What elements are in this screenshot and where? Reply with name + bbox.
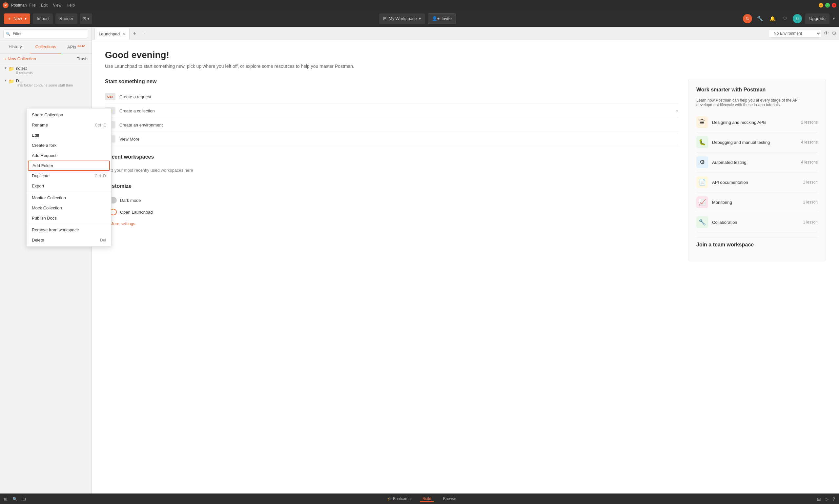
create-collection-label: Create a collection [119, 108, 155, 113]
eye-icon[interactable]: 👁 [824, 31, 829, 36]
menu-rename[interactable]: Rename Ctrl+E [27, 120, 111, 130]
start-create-environment[interactable]: ⊞ Create an environment [105, 118, 678, 132]
search-status-button[interactable]: 🔍 [13, 497, 17, 501]
menu-duplicate[interactable]: Duplicate Ctrl+D [27, 171, 111, 181]
menu-add-request[interactable]: Add Request [27, 150, 111, 161]
invite-button[interactable]: 👤+ Invite [428, 14, 456, 24]
layout-button[interactable]: ⊞ [817, 497, 821, 502]
intercept-button[interactable]: ⊡ ▾ [80, 14, 92, 24]
menu-help[interactable]: Help [67, 3, 75, 7]
menu-publish-docs[interactable]: Publish Docs [27, 213, 111, 223]
collection-sub: This folder contains some stuff then [16, 83, 73, 87]
collaboration-label: Collaboration [712, 220, 803, 225]
greeting-heading: Good evening! [105, 50, 826, 60]
workspace-selector[interactable]: ⊞ My Workspace ▾ [379, 14, 425, 24]
help-button[interactable]: ? [833, 497, 835, 502]
launchpad-toggle-label: Open Launchpad [120, 210, 153, 215]
runner-button[interactable]: Runner [55, 14, 77, 24]
tab-close-icon[interactable]: ✕ [122, 32, 125, 36]
upgrade-button[interactable]: Upgrade [805, 14, 829, 24]
menu-share[interactable]: Share Collection [27, 110, 111, 120]
designing-icon: 🏛 [696, 116, 708, 128]
join-workspace-section: Join a team workspace [696, 238, 818, 248]
tab-collections[interactable]: Collections [31, 41, 61, 53]
menu-mock[interactable]: Mock Collection [27, 203, 111, 213]
toolbar-center: ⊞ My Workspace ▾ 👤+ Invite [95, 14, 740, 24]
monitoring-lessons: 1 lesson [803, 200, 818, 204]
settings-env-icon[interactable]: ⚙ [832, 30, 836, 36]
view-more-label: View More [119, 137, 139, 142]
sidebar-toggle-button[interactable]: ⊞ [4, 497, 7, 501]
tab-label: Launchpad [99, 32, 120, 36]
menu-fork[interactable]: Create a fork [27, 140, 111, 150]
heart-icon[interactable]: ♡ [780, 14, 789, 23]
menu-remove[interactable]: Remove from workspace [27, 225, 111, 235]
customize-section: Customize Dark mode Open Launchpad ··· M… [105, 183, 678, 229]
workspace-dropdown-icon: ▾ [419, 16, 421, 21]
more-settings-item[interactable]: ··· More settings [105, 218, 678, 229]
search-input[interactable] [3, 30, 88, 38]
menu-view[interactable]: View [53, 3, 61, 7]
automated-icon: ⚙ [696, 156, 708, 168]
console-button[interactable]: ⊡ [23, 497, 26, 501]
environment-selector[interactable]: No Environment [769, 29, 821, 38]
menu-export[interactable]: Export [27, 181, 111, 191]
new-button[interactable]: ＋ New ▾ [4, 14, 30, 24]
tab-history[interactable]: History [0, 41, 31, 53]
sync-icon[interactable]: ↻ [743, 14, 752, 23]
tab-more-button[interactable]: ··· [139, 31, 147, 36]
start-create-request[interactable]: GET Create a request [105, 90, 678, 104]
launchpad-subtitle: Use Launchpad to start something new, pi… [105, 64, 826, 69]
tutorial-automated[interactable]: ⚙ Automated testing 4 lessons [696, 152, 818, 173]
automated-lessons: 4 lessons [801, 160, 818, 164]
minimize-button[interactable]: – [819, 3, 823, 7]
collection-item[interactable]: ▼ 📁 D... This folder contains some stuff… [0, 77, 91, 89]
tutorial-monitoring[interactable]: 📈 Monitoring 1 lesson [696, 192, 818, 212]
launchpad: Good evening! Use Launchpad to start som… [92, 40, 839, 493]
tab-launchpad[interactable]: Launchpad ✕ [94, 28, 129, 40]
trash-button[interactable]: Trash [77, 56, 88, 61]
status-bar-right: ⊞ ▷ ? [817, 497, 835, 502]
status-tab-bootcamp[interactable]: 🎓 Bootcamp [384, 497, 413, 502]
upgrade-dropdown-icon: ▾ [833, 16, 835, 21]
launchpad-toggle-item: Open Launchpad [105, 206, 678, 218]
apis-beta-badge: BETA [77, 44, 85, 48]
start-section-title: Start something new [105, 79, 678, 85]
menu-edit[interactable]: Edit [41, 3, 48, 7]
title-bar-left: P Postman File Edit View Help [3, 2, 75, 8]
new-dropdown-icon: ▾ [24, 16, 27, 21]
launchpad-left: Start something new GET Create a request… [105, 79, 678, 261]
start-create-collection[interactable]: 📁 Create a collection ▾ [105, 104, 678, 118]
menu-add-folder[interactable]: Add Folder [28, 161, 110, 171]
menu-file[interactable]: File [29, 3, 35, 7]
notifications-icon[interactable]: 🔔 [768, 14, 777, 23]
status-tab-build[interactable]: Build [420, 497, 434, 502]
settings-icon[interactable]: 🔧 [755, 14, 765, 23]
collection-item[interactable]: ▼ 📁 notest 0 requests [0, 64, 91, 77]
collection-sub: 0 requests [16, 71, 33, 75]
tab-add-button[interactable]: + [131, 31, 138, 36]
menu-edit[interactable]: Edit [27, 130, 111, 140]
sidebar-actions: + New Collection Trash [0, 54, 91, 64]
avatar[interactable]: U [793, 14, 802, 23]
menu-delete[interactable]: Delete Del [27, 235, 111, 245]
status-bar: ⊞ 🔍 ⊡ 🎓 Bootcamp Build Browse ⊞ ▷ ? [0, 493, 839, 504]
new-collection-button[interactable]: + New Collection [4, 56, 36, 61]
create-environment-label: Create an environment [119, 123, 163, 127]
designing-lessons: 2 lessons [801, 120, 818, 125]
start-view-more[interactable]: ··· View More [105, 132, 678, 146]
import-button[interactable]: Import [33, 14, 53, 24]
title-bar: P Postman File Edit View Help – □ × [0, 0, 839, 11]
close-button[interactable]: × [832, 3, 836, 7]
status-tab-browse[interactable]: Browse [440, 497, 459, 502]
menu-monitor[interactable]: Monitor Collection [27, 193, 111, 203]
tutorial-designing[interactable]: 🏛 Designing and mocking APIs 2 lessons [696, 112, 818, 132]
context-menu: Share Collection Rename Ctrl+E Edit Crea… [26, 108, 111, 247]
tab-apis[interactable]: APIs BETA [61, 41, 91, 53]
workspace-name: My Workspace [389, 16, 417, 21]
tutorial-collaboration[interactable]: 🔧 Collaboration 1 lesson [696, 212, 818, 232]
runner-status-button[interactable]: ▷ [825, 497, 828, 502]
maximize-button[interactable]: □ [825, 3, 830, 7]
tutorial-api-doc[interactable]: 📄 API documentation 1 lesson [696, 173, 818, 192]
tutorial-debugging[interactable]: 🐛 Debugging and manual testing 4 lessons [696, 132, 818, 152]
